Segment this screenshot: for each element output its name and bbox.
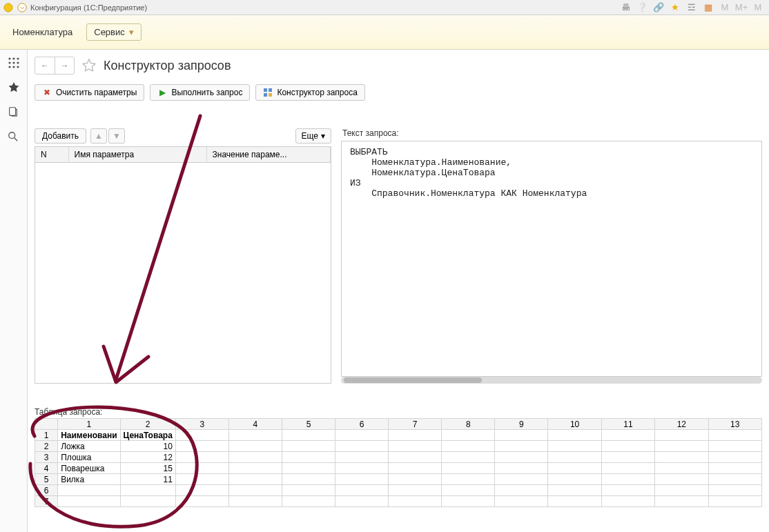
col-header[interactable]: 8 [442,419,495,430]
cell[interactable] [495,463,548,474]
col-header[interactable]: 13 [708,419,761,430]
cell[interactable] [708,474,761,485]
cell[interactable] [601,496,654,507]
cell[interactable] [442,430,495,441]
query-text-area[interactable]: ВЫБРАТЬ Номенклатура.Наименование, Номен… [341,141,762,377]
col-n[interactable]: N [35,147,68,163]
cell[interactable] [389,463,442,474]
col-header[interactable]: 6 [335,419,389,430]
cell[interactable] [601,474,654,485]
cell[interactable] [228,430,282,441]
cell[interactable]: Плошка [58,452,120,463]
cell[interactable] [548,496,601,507]
cell[interactable] [442,441,495,452]
cell[interactable] [282,485,335,496]
move-up-button[interactable]: ▲ [90,128,107,144]
cell[interactable] [442,496,495,507]
cell[interactable] [282,463,335,474]
cell[interactable]: 10 [120,441,175,452]
cell[interactable] [495,441,548,452]
cell[interactable] [601,441,654,452]
cell[interactable]: 12 [120,452,175,463]
history-icon[interactable]: ☲ [686,2,697,13]
col-value[interactable]: Значение параме... [206,147,331,163]
print-icon[interactable]: 🖶 [620,2,631,13]
cell[interactable] [335,452,389,463]
m2-icon[interactable]: M [752,2,763,13]
cell[interactable] [655,452,708,463]
cell[interactable] [228,452,282,463]
cell[interactable] [335,496,389,507]
cell[interactable] [655,441,708,452]
cell[interactable] [335,474,389,485]
m-plus-icon[interactable]: M+ [736,2,747,13]
cell[interactable] [58,485,120,496]
cell[interactable]: Ложка [58,441,120,452]
cell[interactable] [442,463,495,474]
add-button[interactable]: Добавить [35,128,86,144]
cell[interactable] [228,485,282,496]
cell[interactable] [548,441,601,452]
help-icon[interactable]: ❔ [636,2,648,13]
m-icon[interactable]: M [719,2,730,13]
cell[interactable] [708,496,761,507]
cell[interactable] [282,496,335,507]
run-query-button[interactable]: ▶ Выполнить запрос [150,84,250,101]
cell[interactable] [708,452,761,463]
more-button[interactable]: Еще ▾ [295,128,331,144]
cell[interactable] [655,430,708,441]
cell[interactable] [120,485,175,496]
cell[interactable] [282,441,335,452]
cell[interactable] [175,474,228,485]
cell[interactable] [548,474,601,485]
cell[interactable] [708,485,761,496]
star-sidebar-icon[interactable] [8,81,20,94]
favorite-toggle-icon[interactable] [81,58,97,73]
col-header[interactable]: 2 [120,419,175,430]
query-scrollbar[interactable] [341,377,762,384]
cell[interactable]: 11 [120,474,175,485]
cell[interactable] [389,485,442,496]
cell[interactable] [389,430,442,441]
search-icon[interactable] [8,131,20,144]
cell[interactable] [175,430,228,441]
clipboard-icon[interactable] [8,106,20,119]
cell[interactable] [175,485,228,496]
row-header[interactable]: 7 [35,496,58,507]
col-header[interactable]: 4 [228,419,282,430]
dropdown-icon[interactable] [17,2,28,13]
cell[interactable] [495,496,548,507]
cell[interactable] [708,430,761,441]
cell[interactable] [389,496,442,507]
grid-icon[interactable] [8,57,20,69]
col-header[interactable]: 3 [175,419,228,430]
cell[interactable] [548,485,601,496]
calendar-icon[interactable]: ▦ [703,2,714,13]
cell[interactable] [175,496,228,507]
cell[interactable] [601,452,654,463]
row-header[interactable]: 3 [35,452,58,463]
cell[interactable] [389,441,442,452]
cell[interactable] [708,441,761,452]
cell[interactable] [442,474,495,485]
col-header[interactable]: 9 [495,419,548,430]
cell[interactable] [495,474,548,485]
col-header[interactable]: 1 [58,419,120,430]
row-header[interactable]: 5 [35,474,58,485]
cell[interactable] [601,430,654,441]
cell[interactable] [282,452,335,463]
cell[interactable]: 15 [120,463,175,474]
cell[interactable] [335,463,389,474]
col-name[interactable]: Имя параметра [68,147,206,163]
col-header[interactable]: 12 [655,419,708,430]
cell[interactable] [389,474,442,485]
cell[interactable] [282,430,335,441]
move-down-button[interactable]: ▼ [108,128,125,144]
cell[interactable] [708,463,761,474]
clear-params-button[interactable]: ✖ Очистить параметры [35,84,144,101]
cell[interactable] [495,430,548,441]
cell[interactable] [442,452,495,463]
cell[interactable] [335,485,389,496]
row-header[interactable]: 4 [35,463,58,474]
cell[interactable] [495,452,548,463]
